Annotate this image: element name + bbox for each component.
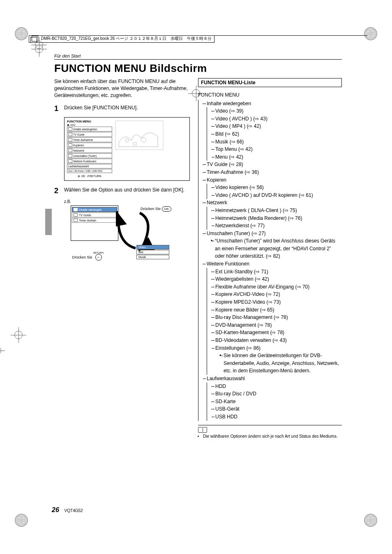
tree-leaf: Video ( AVCHD ) (⇨ 43): [215, 116, 267, 122]
step-text: Drücken Sie [FUNCTION MENU].: [64, 104, 190, 111]
page-number: 26: [52, 506, 59, 513]
doc-code: VQT4G52: [65, 508, 83, 513]
tree-leaf: Wiedergabelisten (⇨ 42): [215, 276, 269, 282]
tree-leaf: Bild (⇨ 62): [215, 131, 239, 137]
tree-leaf: DVD-Management (⇨ 78): [215, 322, 272, 328]
ok-button-icon: OK: [162, 206, 172, 212]
tree-leaf: SD-Karte: [215, 399, 235, 404]
reg-cross-icon: [0, 343, 5, 358]
diagram-menu-item: TV Guide: [73, 133, 84, 136]
tree-note: Sie können die Geräteeinstellungen für D…: [219, 352, 342, 375]
tree-leaf: Einstellungen (⇨ 86): [215, 345, 261, 351]
footnote-text: Die wählbaren Optionen ändern sich je na…: [203, 434, 342, 439]
list-heading: FUNCTION MENU-Liste: [198, 78, 342, 87]
tree-leaf: Blu-ray Disc / DVD: [215, 391, 256, 397]
note-icon: [198, 427, 207, 433]
tree-leaf: Kopiere neue Bilder (⇨ 65): [215, 307, 274, 313]
svg-point-1: [125, 139, 129, 142]
collation-bar: DMR-BCT820_720_721EG_ger.book 26 ページ ２０１…: [29, 35, 367, 43]
tree-leaf: Musik (⇨ 66): [215, 139, 244, 145]
tree-leaf: Video (⇨ 39): [215, 108, 243, 114]
tree-leaf: Video kopieren (⇨ 56): [215, 185, 264, 190]
tree-leaf: HDD: [215, 383, 226, 389]
example-label: z.B.: [64, 199, 190, 204]
d2-sub-item: Bild: [136, 250, 169, 254]
tree-leaf: Netzwerkdienst (⇨ 77): [215, 223, 265, 229]
diagram-navigation: Inhalte wiedergeb TV Guide Timer-Aufnah …: [58, 205, 190, 271]
tree-leaf: Flexible Aufnahme über AV-Eingang (⇨ 70): [215, 284, 309, 290]
step-number: 2: [54, 187, 60, 195]
tree-note: “Umschalten (Tuner)” wird bei Anschluss …: [211, 237, 342, 260]
d2-menu-item: TV Guide: [79, 214, 91, 217]
diagram-hdd-label: HDD: [70, 124, 76, 126]
tree-leaf: Blu-ray Disc-Management (⇨ 78): [215, 314, 288, 320]
tree-item: Laufwerkauswahl: [207, 376, 245, 381]
press-label: Drücken Sie: [72, 255, 92, 259]
tree-item: Kopieren: [207, 177, 226, 183]
diagram-nav-legend: ⊕ OK ↺RETURN: [67, 175, 112, 178]
tree-leaf: Kopiere AVCHD-Video (⇨ 72): [215, 291, 280, 297]
diagram-menu-title: FUNCTION MENU: [67, 120, 112, 123]
tree-item: Netzwerk: [207, 200, 227, 205]
diagram-menu-item: Timer-Aufnahme: [73, 138, 93, 141]
page-footer: 26 VQT4G52: [52, 506, 83, 514]
tree-item: TV Guide (⇨ 28): [207, 162, 243, 167]
diagram-menu-item: Weitere Funktionen: [73, 160, 96, 163]
d2-menu-item: Inhalte wiedergeb: [79, 208, 101, 211]
thumb-tab: [45, 209, 52, 235]
tree-leaf: Heimnetzwerk ( DLNA-Client ) (⇨ 75): [215, 208, 297, 213]
tree-leaf: Video ( AVCHD ) auf DVD-R kopieren (⇨ 61…: [215, 192, 313, 198]
book-icon: [32, 36, 38, 42]
diagram-function-menu: FUNCTION MENU ▣ HDD Inhalte wiedergeben …: [64, 117, 190, 181]
diagram-menu-item: Umschalten (Tuner): [73, 155, 97, 157]
diagram-menu-item: Inhalte wiedergeben: [73, 128, 97, 131]
d2-sub-item: Musik: [136, 255, 169, 259]
tree-item: Inhalte wiedergeben: [207, 101, 251, 106]
reg-circle-icon: [15, 514, 28, 527]
step-number: 1: [54, 104, 60, 113]
collation-text: DMR-BCT820_720_721EG_ger.book 26 ページ ２０１…: [41, 36, 212, 41]
tree-item: Timer-Aufnahme (⇨ 36): [207, 169, 259, 175]
tree-leaf: BD-Videodaten verwalten (⇨ 43): [215, 337, 287, 343]
d2-menu-item: Timer-Aufnah: [79, 219, 96, 222]
svg-point-2: [141, 137, 146, 142]
diagram-menu-item: Netzwerk: [73, 149, 84, 152]
diagram-menu-item: Laufwerkauswahl: [68, 165, 89, 168]
tree-item: Weitere Funktionen: [207, 261, 249, 267]
tv-illustration: [115, 120, 164, 153]
tree-leaf: Ext Link-Standby (⇨ 71): [215, 269, 268, 275]
intro-text: Sie können einfach über das FUNCTION MEN…: [54, 78, 190, 99]
diagram-drive-row: Disc / SD-Karte / USB / USB HDD: [68, 170, 102, 172]
tree-leaf: Video ( MP4 ) (⇨ 42): [215, 123, 261, 129]
tree-leaf: SD-Karten-Management (⇨ 78): [215, 330, 284, 335]
return-button-icon: RETURN ↶: [93, 252, 104, 261]
tree-item: Umschalten (Tuner) (⇨ 27): [207, 231, 266, 236]
reg-circle-icon: [364, 514, 377, 527]
step-text: Wählen Sie die Option aus und drücken Si…: [64, 187, 190, 194]
diagram-menu-item: Kopieren: [73, 144, 84, 147]
page-title: FUNCTION MENU Bildschirm: [54, 62, 342, 75]
tree-leaf: USB HDD: [215, 414, 238, 420]
reg-cross-icon: [11, 327, 26, 343]
tree-leaf: Top Menu (⇨ 42): [215, 146, 253, 152]
function-menu-tree: FUNCTION MENU Inhalte wiedergeben Video …: [198, 91, 342, 421]
d2-sub-item: Video: [136, 245, 169, 249]
tree-leaf: Kopiere MPEG2-Video (⇨ 73): [215, 299, 281, 305]
tree-root: FUNCTION MENU: [198, 91, 342, 99]
tree-leaf: USB-Gerät: [215, 406, 240, 412]
tree-leaf: Heimnetzwerk (Media Renderer) (⇨ 76): [215, 215, 302, 221]
tree-leaf: Menu (⇨ 42): [215, 154, 243, 160]
footnotes: Die wählbaren Optionen ändern sich je na…: [198, 425, 342, 439]
section-label: Für den Start: [54, 53, 342, 60]
svg-rect-3: [133, 143, 136, 145]
reg-circle-icon: [15, 27, 28, 40]
